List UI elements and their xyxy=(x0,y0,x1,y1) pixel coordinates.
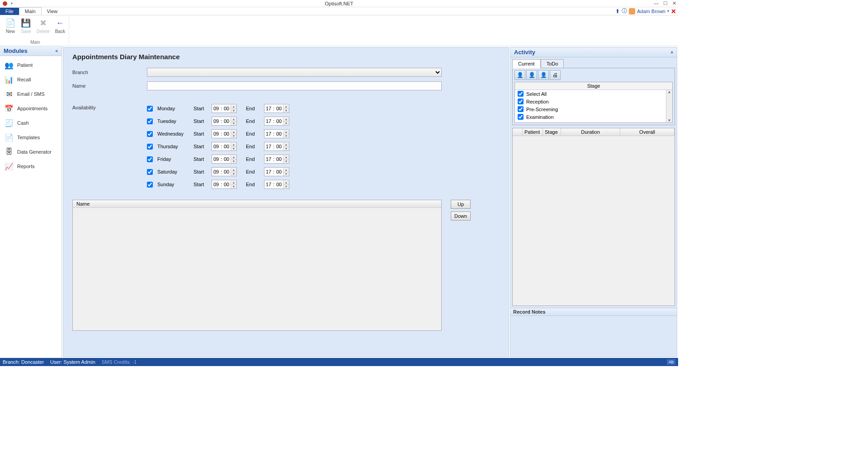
maximize-icon[interactable]: ☐ xyxy=(663,0,668,6)
start-minute[interactable] xyxy=(222,182,231,187)
new-button[interactable]: 📄 New xyxy=(4,17,17,35)
spin-up-icon[interactable]: ▲ xyxy=(283,118,289,122)
spin-up-icon[interactable]: ▲ xyxy=(283,105,289,109)
start-time-spinner[interactable]: : ▲▼ xyxy=(212,167,237,176)
delete-button[interactable]: ✖ Delete xyxy=(35,17,52,35)
day-checkbox[interactable] xyxy=(147,106,153,112)
activity-remove-patient-icon[interactable]: 👤 xyxy=(538,70,549,80)
stage-checkbox[interactable] xyxy=(518,106,524,112)
end-hour[interactable] xyxy=(264,169,273,174)
menu-main[interactable]: Main xyxy=(19,7,42,15)
grid-col-patient[interactable]: Patient xyxy=(523,128,543,136)
spin-up-icon[interactable]: ▲ xyxy=(231,105,236,109)
activity-add-green-icon[interactable]: 👤 xyxy=(526,70,537,80)
module-item-email-sms[interactable]: ✉Email / SMS xyxy=(0,87,61,101)
end-minute[interactable] xyxy=(275,106,283,111)
scroll-up-icon[interactable]: ▲ xyxy=(668,90,671,94)
end-minute[interactable] xyxy=(275,131,283,136)
spin-down-icon[interactable]: ▼ xyxy=(231,160,236,163)
close-module-icon[interactable]: ✕ xyxy=(671,8,676,15)
scroll-down-icon[interactable]: ▼ xyxy=(668,118,671,122)
end-time-spinner[interactable]: : ▲▼ xyxy=(264,142,289,151)
start-minute[interactable] xyxy=(222,106,231,111)
spin-up-icon[interactable]: ▲ xyxy=(283,168,289,172)
status-ab-tag[interactable]: Ab xyxy=(667,359,675,365)
start-hour[interactable] xyxy=(212,118,220,124)
tab-current[interactable]: Current xyxy=(512,59,541,68)
spin-down-icon[interactable]: ▼ xyxy=(231,109,236,113)
end-hour[interactable] xyxy=(264,144,273,149)
grid-col-overall[interactable]: Overall xyxy=(620,128,675,136)
module-item-appointments[interactable]: 📅Appointments xyxy=(0,101,61,116)
end-hour[interactable] xyxy=(264,106,273,111)
start-time-spinner[interactable]: : ▲▼ xyxy=(212,155,237,164)
spin-down-icon[interactable]: ▼ xyxy=(283,185,289,188)
module-item-reports[interactable]: 📈Reports xyxy=(0,159,61,174)
start-time-spinner[interactable]: : ▲▼ xyxy=(212,180,237,189)
minimize-icon[interactable]: — xyxy=(654,0,659,6)
close-window-icon[interactable]: ✕ xyxy=(672,0,676,6)
end-time-spinner[interactable]: : ▲▼ xyxy=(264,117,289,126)
end-hour[interactable] xyxy=(264,131,273,136)
spin-down-icon[interactable]: ▼ xyxy=(283,134,289,138)
end-time-spinner[interactable]: : ▲▼ xyxy=(264,180,289,189)
module-item-data-generator[interactable]: 🗄Data Generator xyxy=(0,145,61,159)
spin-down-icon[interactable]: ▼ xyxy=(283,109,289,113)
menu-view[interactable]: View xyxy=(42,8,63,15)
up-button[interactable]: Up xyxy=(451,200,471,209)
start-hour[interactable] xyxy=(212,169,220,174)
stage-checkbox[interactable] xyxy=(518,99,524,104)
day-checkbox[interactable] xyxy=(147,131,153,137)
spin-up-icon[interactable]: ▲ xyxy=(283,155,289,160)
stage-row-pre-screening[interactable]: Pre-Screening xyxy=(515,105,672,113)
activity-grid[interactable]: Patient Stage Duration Overall xyxy=(512,128,675,306)
spin-down-icon[interactable]: ▼ xyxy=(231,172,236,176)
day-checkbox[interactable] xyxy=(147,169,153,175)
spin-down-icon[interactable]: ▼ xyxy=(231,185,236,188)
spin-down-icon[interactable]: ▼ xyxy=(231,122,236,125)
stage-checkbox[interactable] xyxy=(518,114,524,120)
spin-up-icon[interactable]: ▲ xyxy=(231,143,236,147)
user-name[interactable]: Adam Brown xyxy=(637,9,665,14)
start-time-spinner[interactable]: : ▲▼ xyxy=(212,117,237,126)
spin-down-icon[interactable]: ▼ xyxy=(283,122,289,125)
spin-down-icon[interactable]: ▼ xyxy=(283,160,289,163)
branch-select[interactable] xyxy=(147,68,442,77)
end-minute[interactable] xyxy=(275,182,283,187)
module-item-patient[interactable]: 👥Patient xyxy=(0,58,61,72)
end-time-spinner[interactable]: : ▲▼ xyxy=(264,129,289,138)
end-time-spinner[interactable]: : ▲▼ xyxy=(264,104,289,113)
day-checkbox[interactable] xyxy=(147,182,153,188)
activity-expand-icon[interactable]: » xyxy=(670,50,673,55)
start-minute[interactable] xyxy=(222,144,231,149)
qat-dropdown-icon[interactable]: ▾ xyxy=(11,1,13,5)
end-minute[interactable] xyxy=(275,144,283,149)
help-icon[interactable]: ⓘ xyxy=(622,7,627,15)
stage-row-examination[interactable]: Examination xyxy=(515,113,672,121)
start-time-spinner[interactable]: : ▲▼ xyxy=(212,104,237,113)
start-minute[interactable] xyxy=(222,118,231,124)
end-minute[interactable] xyxy=(275,169,283,174)
spin-up-icon[interactable]: ▲ xyxy=(231,130,236,134)
activity-print-icon[interactable]: 🖨 xyxy=(550,70,561,80)
spin-up-icon[interactable]: ▲ xyxy=(283,143,289,147)
stage-row-reception[interactable]: Reception xyxy=(515,98,672,105)
start-minute[interactable] xyxy=(222,169,231,174)
spin-up-icon[interactable]: ▲ xyxy=(231,168,236,172)
activity-add-patient-icon[interactable]: 👤 xyxy=(514,70,525,80)
end-minute[interactable] xyxy=(275,156,283,162)
stage-checkbox[interactable] xyxy=(518,91,524,97)
end-hour[interactable] xyxy=(264,156,273,162)
spin-down-icon[interactable]: ▼ xyxy=(231,134,236,138)
start-hour[interactable] xyxy=(212,131,220,136)
spin-up-icon[interactable]: ▲ xyxy=(283,130,289,134)
diary-list-grid[interactable]: Name xyxy=(72,200,442,331)
grid-col-stage[interactable]: Stage xyxy=(543,128,561,136)
module-item-templates[interactable]: 📄Templates xyxy=(0,130,61,145)
day-checkbox[interactable] xyxy=(147,118,153,124)
end-time-spinner[interactable]: : ▲▼ xyxy=(264,167,289,176)
end-hour[interactable] xyxy=(264,118,273,124)
module-item-cash[interactable]: 🧾Cash xyxy=(0,116,61,130)
day-checkbox[interactable] xyxy=(147,144,153,150)
start-time-spinner[interactable]: : ▲▼ xyxy=(212,142,237,151)
